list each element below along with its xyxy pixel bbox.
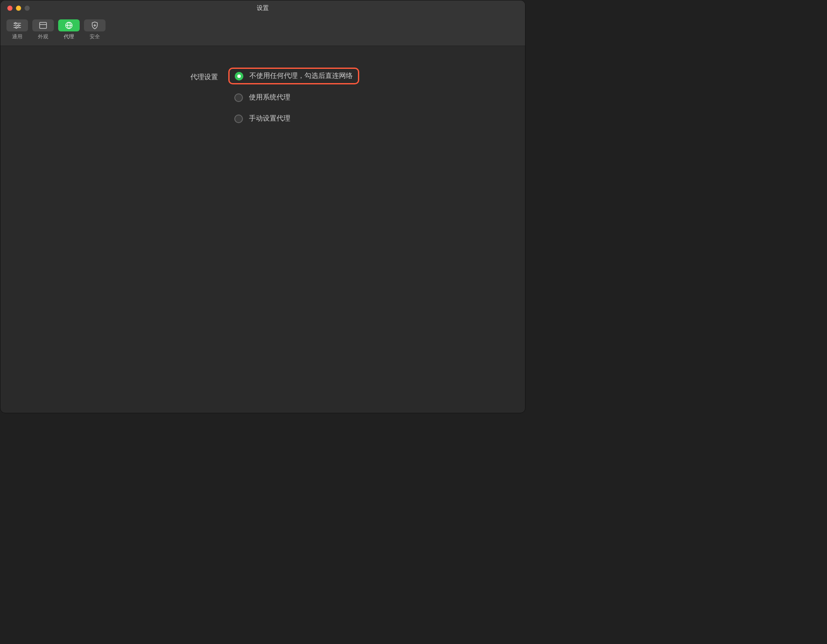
radio-indicator	[234, 115, 243, 123]
settings-window: 设置 通用	[0, 0, 525, 413]
close-button[interactable]	[7, 6, 12, 11]
proxy-radio-group: 不使用任何代理，勾选后直连网络 使用系统代理 手动设置代理	[228, 68, 359, 127]
toolbar-tab-security[interactable]: 安全	[84, 19, 106, 40]
layout-icon	[39, 22, 47, 29]
radio-indicator	[235, 72, 243, 80]
minimize-button[interactable]	[16, 6, 21, 11]
titlebar: 设置	[0, 0, 525, 16]
radio-label: 手动设置代理	[249, 114, 290, 123]
radio-dot-icon	[237, 74, 241, 78]
window-title: 设置	[0, 4, 525, 12]
content-area: 代理设置 不使用任何代理，勾选后直连网络 使用系统代理 手动设置代理	[0, 46, 525, 144]
toolbar-label: 代理	[64, 33, 74, 40]
proxy-settings-row: 代理设置 不使用任何代理，勾选后直连网络 使用系统代理 手动设置代理	[9, 68, 516, 127]
toolbar: 通用 外观	[0, 16, 525, 46]
radio-option-no-proxy[interactable]: 不使用任何代理，勾选后直连网络	[228, 68, 359, 84]
toolbar-label: 安全	[90, 33, 100, 40]
sliders-icon	[13, 22, 21, 29]
toolbar-label: 通用	[12, 33, 22, 40]
globe-icon	[65, 22, 73, 29]
shield-icon	[91, 22, 98, 29]
radio-indicator	[234, 93, 243, 102]
toolbar-tab-appearance[interactable]: 外观	[32, 19, 54, 40]
toolbar-tab-general[interactable]: 通用	[6, 19, 28, 40]
section-label: 代理设置	[166, 68, 218, 82]
svg-point-1	[15, 22, 16, 24]
toolbar-tab-proxy[interactable]: 代理	[58, 19, 80, 40]
toolbar-label: 外观	[38, 33, 48, 40]
radio-option-manual-proxy[interactable]: 手动设置代理	[228, 111, 359, 127]
svg-point-3	[18, 25, 19, 26]
radio-label: 使用系统代理	[249, 93, 290, 102]
maximize-button[interactable]	[25, 6, 30, 11]
radio-label: 不使用任何代理，勾选后直连网络	[249, 71, 353, 80]
radio-option-system-proxy[interactable]: 使用系统代理	[228, 90, 359, 105]
traffic-lights	[0, 6, 30, 11]
svg-rect-6	[40, 22, 47, 28]
svg-point-5	[16, 27, 17, 28]
